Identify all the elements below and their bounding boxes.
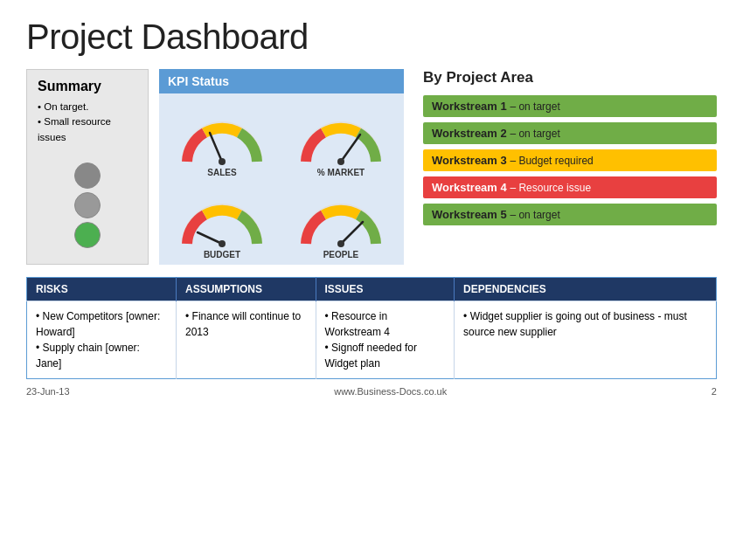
gauge-market-svg	[297, 114, 385, 166]
summary-bullets: On target. Small resource issues	[38, 100, 137, 145]
summary-bullet-2: Small resource issues	[38, 114, 137, 145]
gauge-budget-svg	[178, 196, 266, 248]
gauge-sales: SALES	[163, 97, 281, 179]
gauge-people: PEOPLE	[281, 179, 400, 261]
gauge-market-label: % MARKET	[317, 168, 365, 177]
workstream-2-name: Workstream 2	[432, 127, 507, 140]
workstream-1-name: Workstream 1	[432, 100, 507, 113]
issue-1: Resource in Workstream 4	[325, 308, 446, 340]
svg-point-1	[219, 158, 226, 165]
footer-page-number: 2	[712, 386, 717, 397]
risk-2: Supply chain [owner: Jane]	[36, 340, 167, 371]
bottom-table: RISKS ASSUMPTIONS ISSUES DEPENDENCIES Ne…	[26, 277, 717, 379]
header-dependencies: DEPENDENCIES	[455, 277, 717, 301]
project-area-title: By Project Area	[423, 69, 717, 86]
page-title: Project Dashboard	[26, 17, 717, 57]
cell-issues: Resource in Workstream 4 Signoff needed …	[316, 301, 455, 378]
svg-point-3	[337, 158, 344, 165]
workstream-2-note: – on target	[510, 128, 559, 140]
summary-bullet-1: On target.	[38, 100, 137, 114]
workstream-5-note: – on target	[510, 209, 559, 221]
top-section: Summary On target. Small resource issues…	[26, 69, 717, 265]
workstream-4-name: Workstream 4	[432, 181, 507, 194]
table-row: New Competitors [owner: Howard] Supply c…	[27, 301, 717, 378]
header-issues: ISSUES	[316, 277, 455, 301]
kpi-title: KPI Status	[159, 69, 404, 93]
gauge-market: % MARKET	[281, 97, 400, 179]
workstream-1: Workstream 1 – on target	[423, 95, 717, 117]
project-area-box: By Project Area Workstream 1 – on target…	[414, 69, 717, 265]
svg-line-4	[198, 232, 222, 244]
gauge-budget-label: BUDGET	[204, 250, 240, 259]
assumptions-list: Finance will continue to 2013	[185, 308, 307, 340]
svg-point-7	[337, 240, 344, 247]
kpi-status-box: KPI Status	[159, 69, 404, 265]
risks-list: New Competitors [owner: Howard] Supply c…	[36, 308, 167, 371]
dependencies-list: Widget supplier is going out of business…	[463, 308, 707, 340]
workstream-4-note: – Resource issue	[510, 182, 591, 194]
workstream-5: Workstream 5 – on target	[423, 204, 717, 225]
gauge-people-label: PEOPLE	[323, 250, 359, 259]
svg-point-5	[219, 240, 226, 247]
gauge-sales-label: SALES	[207, 168, 236, 177]
svg-line-0	[210, 133, 222, 162]
workstream-4: Workstream 4 – Resource issue	[423, 176, 717, 198]
footer-date: 23-Jun-13	[26, 386, 70, 397]
cell-risks: New Competitors [owner: Howard] Supply c…	[27, 301, 177, 378]
gauge-people-svg	[297, 196, 385, 248]
issue-2: Signoff needed for Widget plan	[325, 340, 446, 371]
workstream-3-note: – Budget required	[510, 155, 593, 167]
footer: 23-Jun-13 www.Business-Docs.co.uk 2	[26, 386, 717, 397]
workstream-3: Workstream 3 – Budget required	[423, 149, 717, 171]
workstream-1-note: – on target	[510, 100, 559, 113]
kpi-gauges: SALES % MARKET	[159, 93, 404, 265]
summary-box: Summary On target. Small resource issues	[26, 69, 149, 265]
cell-dependencies: Widget supplier is going out of business…	[455, 301, 717, 378]
cell-assumptions: Finance will continue to 2013	[177, 301, 316, 378]
assumption-1: Finance will continue to 2013	[185, 308, 307, 340]
header-assumptions: ASSUMPTIONS	[177, 277, 316, 301]
dependency-1: Widget supplier is going out of business…	[463, 308, 707, 340]
workstream-2: Workstream 2 – on target	[423, 122, 717, 144]
traffic-light	[38, 156, 137, 255]
header-risks: RISKS	[27, 277, 177, 301]
traffic-light-green	[74, 222, 101, 248]
gauge-sales-svg	[178, 114, 266, 166]
issues-list: Resource in Workstream 4 Signoff needed …	[325, 308, 446, 371]
footer-website: www.Business-Docs.co.uk	[334, 386, 447, 397]
risk-1: New Competitors [owner: Howard]	[36, 308, 167, 340]
svg-line-2	[341, 135, 360, 162]
traffic-light-yellow	[74, 192, 101, 218]
gauge-budget: BUDGET	[163, 179, 281, 261]
svg-line-6	[341, 222, 363, 244]
summary-title: Summary	[38, 79, 137, 94]
workstream-5-name: Workstream 5	[432, 208, 507, 221]
traffic-light-red	[74, 162, 101, 189]
workstream-3-name: Workstream 3	[432, 154, 507, 167]
